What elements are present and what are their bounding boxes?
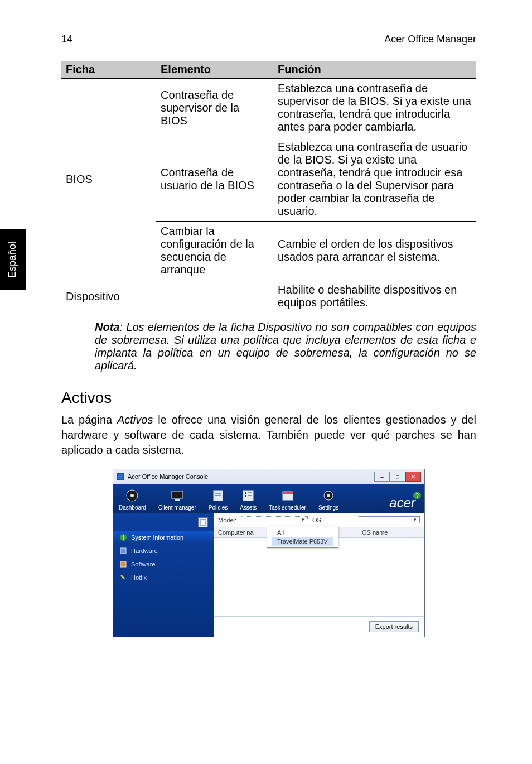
td-ficha-bios: BIOS [61, 79, 156, 280]
th-elemento: Elemento [156, 61, 273, 79]
activos-pre: La página [61, 414, 117, 426]
dropdown-travelmate[interactable]: TravelMate P653V [272, 537, 333, 546]
th-funcion: Función [273, 61, 476, 79]
model-dropdown[interactable]: All TravelMate P653V [267, 526, 338, 548]
td-el-1: Contraseña de usuario de la BIOS [156, 137, 273, 222]
td-el-disp [156, 280, 273, 313]
gear-icon [320, 489, 337, 502]
th-computer-name[interactable]: Computer na [214, 527, 269, 537]
sidebar-item-hotfix[interactable]: Hotfix [113, 571, 214, 584]
window-buttons: – □ ✕ [374, 472, 421, 482]
td-fn-0: Establezca una contraseña de supervisor … [273, 79, 476, 137]
export-results-button[interactable]: Export results [369, 621, 419, 632]
nav-policies-label: Policies [209, 504, 228, 511]
svg-text:i: i [123, 535, 124, 541]
nav-bar: Dashboard Client manager Policies Assets… [113, 484, 424, 513]
svg-rect-0 [117, 473, 124, 480]
brand-text: acer [389, 495, 415, 510]
monitor-icon [169, 489, 186, 502]
svg-rect-17 [200, 520, 206, 525]
assets-icon [240, 489, 257, 502]
model-label: Model: [218, 517, 236, 523]
svg-rect-3 [172, 491, 183, 498]
table-body [214, 538, 424, 616]
nav-assets[interactable]: Assets [240, 489, 257, 511]
footer-row: Export results [214, 616, 424, 637]
doc-title: Acer Office Manager [384, 33, 476, 45]
th-os-name[interactable]: OS name [357, 527, 424, 537]
os-label: OS: [312, 517, 323, 523]
brand-logo: acer ? [389, 495, 419, 511]
activos-em: Activos [117, 414, 153, 426]
nav-client-manager[interactable]: Client manager [158, 489, 196, 511]
activos-heading: Activos [61, 389, 476, 407]
info-icon: i [119, 533, 128, 542]
policies-icon [210, 489, 226, 502]
nav-task-scheduler[interactable]: Task scheduler [269, 489, 306, 511]
sidebar-software-label: Software [131, 561, 155, 568]
svg-rect-21 [120, 561, 126, 567]
sidebar-item-system-information[interactable]: i System information [113, 531, 214, 544]
hardware-icon [119, 546, 128, 555]
chevron-down-icon: ▼ [413, 517, 417, 522]
page-number: 14 [61, 33, 72, 45]
note-paragraph: Nota: Los elementos de la ficha Disposit… [95, 321, 476, 372]
dropdown-all[interactable]: All [272, 528, 333, 537]
sidebar-sysinfo-label: System information [131, 534, 183, 541]
nav-dashboard-label: Dashboard [119, 504, 146, 511]
td-fn-disp: Habilite o deshabilite dispositivos en e… [273, 280, 476, 313]
td-fn-2: Cambie el orden de los dispositivos usad… [273, 222, 476, 280]
svg-point-2 [130, 494, 134, 497]
hotfix-icon [119, 573, 128, 582]
svg-rect-4 [175, 499, 180, 501]
svg-rect-10 [245, 495, 246, 497]
table-headers: Computer na Model OS name All TravelMate… [214, 527, 424, 538]
svg-rect-20 [120, 548, 126, 554]
page-header: 14 Acer Office Manager [61, 33, 476, 45]
svg-point-16 [327, 494, 330, 497]
window-title: Acer Office Manager Console [128, 473, 208, 480]
svg-rect-9 [245, 492, 246, 494]
nav-settings[interactable]: Settings [318, 489, 338, 511]
td-el-0: Contraseña de supervisor de la BIOS [156, 79, 273, 137]
note-text: : Los elementos de la ficha Dispositivo … [95, 321, 476, 372]
nav-task-label: Task scheduler [269, 504, 306, 511]
bios-table: Ficha Elemento Función BIOS Contraseña d… [61, 61, 476, 313]
note-label: Nota [95, 321, 119, 333]
window-titlebar: Acer Office Manager Console – □ ✕ [113, 469, 424, 484]
sidebar-hotfix-label: Hotfix [131, 574, 147, 581]
svg-rect-14 [283, 492, 293, 494]
main-panel: Model: ▼ OS: ▼ Computer na Model OS name… [214, 513, 424, 637]
td-ficha-disp: Dispositivo [61, 280, 156, 313]
td-fn-1: Establezca una contraseña de usuario de … [273, 137, 476, 222]
td-el-2: Cambiar la configuración de la secuencia… [156, 222, 273, 280]
activos-body: La página Activos le ofrece una visión g… [61, 412, 476, 458]
nav-client-label: Client manager [158, 504, 196, 511]
calendar-icon [279, 489, 296, 502]
sidebar-hardware-label: Hardware [131, 547, 158, 554]
model-combo[interactable]: ▼ [241, 516, 308, 523]
new-doc-icon[interactable] [198, 517, 208, 527]
nav-settings-label: Settings [318, 504, 338, 511]
nav-assets-label: Assets [240, 504, 257, 511]
app-icon [117, 473, 124, 480]
minimize-button[interactable]: – [374, 472, 390, 482]
close-button[interactable]: ✕ [405, 472, 421, 482]
sidebar: i System information Hardware Software H… [113, 513, 214, 637]
th-ficha: Ficha [61, 61, 156, 79]
dashboard-icon [124, 489, 141, 502]
sidebar-item-software[interactable]: Software [113, 558, 214, 571]
chevron-down-icon: ▼ [301, 517, 305, 522]
help-icon[interactable]: ? [413, 492, 421, 499]
nav-policies[interactable]: Policies [209, 489, 228, 511]
os-combo[interactable]: ▼ [359, 516, 420, 523]
maximize-button[interactable]: □ [390, 472, 405, 482]
sidebar-item-hardware[interactable]: Hardware [113, 544, 214, 558]
nav-dashboard[interactable]: Dashboard [119, 489, 146, 511]
console-screenshot: Acer Office Manager Console – □ ✕ Dashbo… [113, 469, 425, 637]
software-icon [119, 560, 128, 569]
